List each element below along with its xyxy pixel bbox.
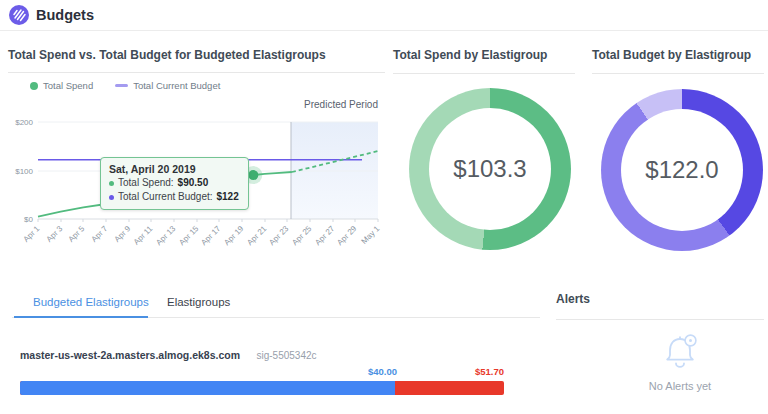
budgets-dashboard: Budgets Total Spend vs. Total Budget for… [0,0,768,414]
legend-label: Total Current Budget [133,80,220,91]
x-axis-labels: Apr 1 Apr 3 Apr 5 Apr 7 Apr 9 Apr 11 Apr… [22,224,382,247]
no-alerts-text: No Alerts yet [596,380,764,392]
tooltip-spend-label: Total Spend: [118,176,174,190]
tooltip-budget-label: Total Current Budget: [118,190,213,204]
spend-dot-icon [109,181,114,186]
spend-vs-budget-title: Total Spend vs. Total Budget for Budgete… [8,48,326,62]
tab-budgeted-elastigroups[interactable]: Budgeted Elastigroups [33,296,149,308]
bell-icon [658,330,702,372]
elastigroup-row[interactable]: master-us-west-2a.masters.almog.ek8s.com… [20,345,520,363]
alerts-divider [556,319,764,320]
spend-marker[interactable] [248,170,258,180]
tab-elastigroups[interactable]: Elastigroups [167,296,230,308]
svg-text:Apr 1: Apr 1 [22,224,42,244]
divider [592,73,764,74]
elastigroup-name: master-us-west-2a.masters.almog.ek8s.com [20,349,240,361]
spend-donut-chart[interactable]: $103.3 [409,88,571,250]
tooltip-date: Sat, April 20 2019 [109,162,239,176]
divider [8,72,385,73]
legend-item-total-spend[interactable]: Total Spend [30,80,93,91]
legend-label: Total Spend [43,80,93,91]
alerts-empty-state: No Alerts yet [596,330,764,392]
svg-text:Apr 17: Apr 17 [199,224,222,247]
svg-text:Apr 13: Apr 13 [154,224,177,247]
budget-dot-icon [109,195,114,200]
divider [393,73,575,74]
svg-text:Apr 9: Apr 9 [113,224,133,244]
spend-donut-title: Total Spend by Elastigroup [393,48,547,62]
budget-donut-chart[interactable]: $122.0 [601,89,763,251]
svg-text:Apr 27: Apr 27 [313,224,336,247]
alerts-title: Alerts [556,292,590,306]
tooltip-budget-value: $122 [217,190,239,204]
y-axis-labels: $200 $100 $0 [15,118,33,224]
spotinst-logo-icon [8,4,30,26]
budget-donut-value: $122.0 [645,156,718,184]
budget-progress-bar [20,381,504,395]
app-header [0,0,768,31]
svg-text:Apr 23: Apr 23 [267,224,290,247]
svg-text:May 1: May 1 [360,224,382,246]
elastigroup-sig: sig-5505342c [256,350,316,361]
spend-donut-value: $103.3 [453,155,526,183]
svg-text:Apr 5: Apr 5 [67,224,87,244]
donut-hole: $103.3 [429,108,551,230]
chart-legend: Total Spend Total Current Budget [30,80,220,91]
legend-item-total-current-budget[interactable]: Total Current Budget [115,80,220,91]
svg-text:$0: $0 [24,215,33,224]
budget-dash-icon [115,84,128,87]
svg-text:Apr 19: Apr 19 [222,224,245,247]
svg-text:Apr 25: Apr 25 [290,224,313,247]
svg-text:Apr 7: Apr 7 [90,224,110,244]
svg-text:Apr 21: Apr 21 [245,224,268,247]
donut-hole: $122.0 [621,109,743,231]
spend-amount-label: $51.70 [20,366,504,377]
svg-text:$200: $200 [15,118,33,127]
svg-text:Apr 15: Apr 15 [177,224,200,247]
chart-tooltip: Sat, April 20 2019 Total Spend: $90.50 T… [100,157,249,210]
page-title: Budgets [36,7,94,23]
svg-text:Apr 3: Apr 3 [45,224,65,244]
budget-donut-title: Total Budget by Elastigroup [592,48,751,62]
budget-bar-segment [20,381,395,395]
svg-text:Apr 11: Apr 11 [132,224,155,247]
tooltip-spend-value: $90.50 [178,176,209,190]
svg-text:$100: $100 [15,167,33,176]
spend-dot-icon [30,82,38,90]
active-tab-underline [14,316,148,318]
svg-text:Apr 29: Apr 29 [335,224,358,247]
